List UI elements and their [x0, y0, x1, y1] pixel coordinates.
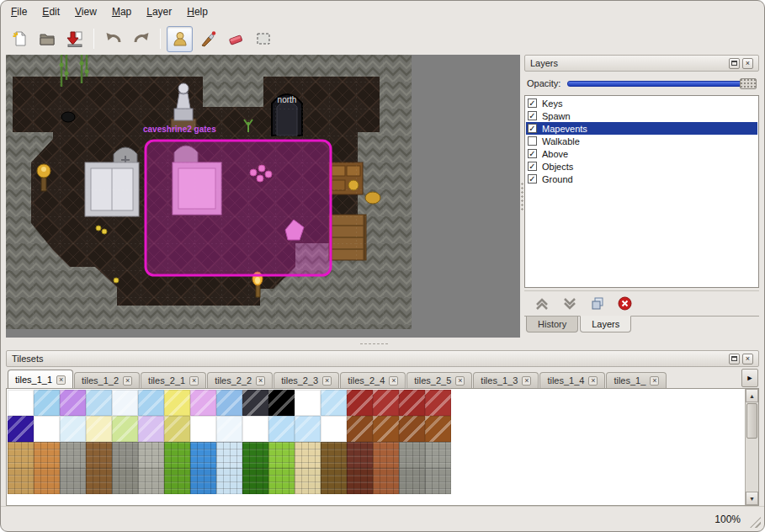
layer-row-objects[interactable]: ✓Objects	[526, 160, 757, 173]
menu-layer[interactable]: Layer	[140, 3, 178, 20]
scroll-up-button[interactable]: ▲	[746, 389, 758, 402]
palette-tile[interactable]	[399, 416, 425, 442]
layer-visibility-checkbox[interactable]: ✓	[528, 98, 537, 108]
redo-button[interactable]	[128, 26, 154, 52]
layer-visibility-checkbox[interactable]: ✓	[528, 124, 537, 133]
duplicate-layer-button[interactable]	[590, 297, 605, 311]
palette-tile[interactable]	[164, 442, 190, 468]
layer-visibility-checkbox[interactable]: ✓	[528, 149, 537, 158]
palette-tile[interactable]	[138, 468, 164, 494]
palette-tile[interactable]	[321, 390, 347, 416]
palette-tile[interactable]	[8, 390, 34, 416]
palette-tile[interactable]	[190, 416, 216, 442]
palette-tile[interactable]	[295, 468, 321, 494]
palette-tile[interactable]	[425, 416, 451, 442]
palette-tile[interactable]	[60, 442, 86, 468]
palette-tile[interactable]	[190, 442, 216, 468]
palette-tile[interactable]	[373, 416, 399, 442]
paint-tool-button[interactable]	[194, 26, 220, 52]
tileset-tab-tiles_1_1[interactable]: tiles_1_1×	[8, 370, 73, 389]
opacity-slider[interactable]	[567, 77, 757, 90]
layer-row-walkable[interactable]: Walkable	[526, 135, 757, 147]
close-panel-button[interactable]: ×	[742, 58, 753, 69]
tileset-tab-tiles_2_5[interactable]: tiles_2_5×	[406, 372, 472, 388]
palette-tile[interactable]	[321, 442, 347, 468]
tileset-tab-close-button[interactable]: ×	[588, 376, 598, 386]
palette-tile[interactable]	[425, 442, 451, 468]
palette-tile[interactable]	[86, 442, 112, 468]
layer-row-above[interactable]: ✓Above	[526, 147, 757, 160]
menu-view[interactable]: View	[68, 3, 104, 20]
palette-tile[interactable]	[216, 390, 242, 416]
vertical-splitter[interactable]	[520, 55, 524, 338]
palette-tile[interactable]	[34, 416, 60, 442]
palette-tile[interactable]	[295, 416, 321, 442]
tileset-tab-close-button[interactable]: ×	[322, 376, 332, 386]
palette-tile[interactable]	[373, 442, 399, 468]
palette-tile[interactable]	[34, 442, 60, 468]
menu-help[interactable]: Help	[180, 3, 215, 20]
palette-tile[interactable]	[60, 468, 86, 494]
layer-visibility-checkbox[interactable]: ✓	[528, 162, 537, 171]
palette-tile[interactable]	[399, 442, 425, 468]
tab-scroll-right-button[interactable]: ►	[741, 369, 758, 387]
palette-tile[interactable]	[138, 416, 164, 442]
layer-row-mapevents[interactable]: ✓Mapevents	[526, 122, 757, 135]
palette-tile[interactable]	[347, 468, 373, 494]
scroll-down-button[interactable]: ▼	[746, 492, 758, 505]
save-button[interactable]	[61, 26, 88, 52]
palette-tile[interactable]	[347, 390, 373, 416]
palette-tile[interactable]	[216, 442, 242, 468]
palette-tile[interactable]	[268, 416, 295, 442]
scrollbar-thumb[interactable]	[746, 403, 757, 439]
tileset-tab-close-button[interactable]: ×	[56, 375, 66, 385]
delete-layer-button[interactable]	[618, 296, 632, 311]
map-selection[interactable]	[146, 141, 331, 275]
tileset-tab-close-button[interactable]: ×	[522, 376, 531, 386]
palette-tile[interactable]	[112, 468, 138, 494]
palette-tile[interactable]	[216, 416, 242, 442]
tileset-tab-close-button[interactable]: ×	[123, 376, 132, 386]
palette-tile[interactable]	[268, 468, 295, 494]
new-file-button[interactable]	[6, 26, 32, 52]
palette-tile[interactable]	[399, 390, 425, 416]
palette-tile[interactable]	[268, 442, 295, 468]
palette-tile[interactable]	[268, 390, 295, 416]
palette-tile[interactable]	[242, 416, 268, 442]
palette-tile[interactable]	[242, 468, 268, 494]
palette-tile[interactable]	[373, 468, 399, 494]
palette-tile[interactable]	[399, 468, 425, 494]
palette-tile[interactable]	[8, 442, 34, 468]
palette-scrollbar[interactable]: ▲ ▼	[745, 389, 758, 505]
tileset-tab-tiles_1_[interactable]: tiles_1_×	[606, 372, 667, 388]
map-canvas[interactable]: north caveshrine2 gates	[6, 55, 412, 329]
layer-visibility-checkbox[interactable]: ✓	[528, 111, 537, 120]
dock-tab-history[interactable]: History	[526, 317, 578, 332]
palette-tile[interactable]	[164, 468, 190, 494]
tileset-tab-close-button[interactable]: ×	[189, 376, 199, 386]
palette-tile[interactable]	[112, 442, 138, 468]
palette-tile[interactable]	[86, 416, 112, 442]
float-panel-button[interactable]	[729, 354, 740, 364]
horizontal-splitter[interactable]	[1, 338, 764, 350]
layer-visibility-checkbox[interactable]	[528, 136, 537, 146]
palette-tile[interactable]	[8, 468, 34, 494]
eraser-tool-button[interactable]	[222, 26, 248, 52]
palette-tile[interactable]	[8, 416, 34, 442]
lower-layer-button[interactable]	[562, 297, 577, 311]
opacity-slider-handle[interactable]	[740, 78, 757, 89]
palette-tile[interactable]	[242, 390, 268, 416]
menu-file[interactable]: File	[4, 3, 34, 20]
tileset-palette[interactable]	[8, 390, 451, 494]
layer-row-ground[interactable]: ✓Ground	[526, 173, 757, 185]
palette-tile[interactable]	[86, 390, 112, 416]
tileset-tab-close-button[interactable]: ×	[650, 376, 659, 386]
palette-tile[interactable]	[425, 468, 451, 494]
palette-tile[interactable]	[373, 390, 399, 416]
palette-tile[interactable]	[216, 468, 242, 494]
tileset-tab-tiles_1_3[interactable]: tiles_1_3×	[473, 372, 539, 388]
menu-edit[interactable]: Edit	[35, 3, 66, 20]
menu-map[interactable]: Map	[105, 3, 138, 20]
palette-tile[interactable]	[425, 390, 451, 416]
palette-tile[interactable]	[112, 416, 138, 442]
